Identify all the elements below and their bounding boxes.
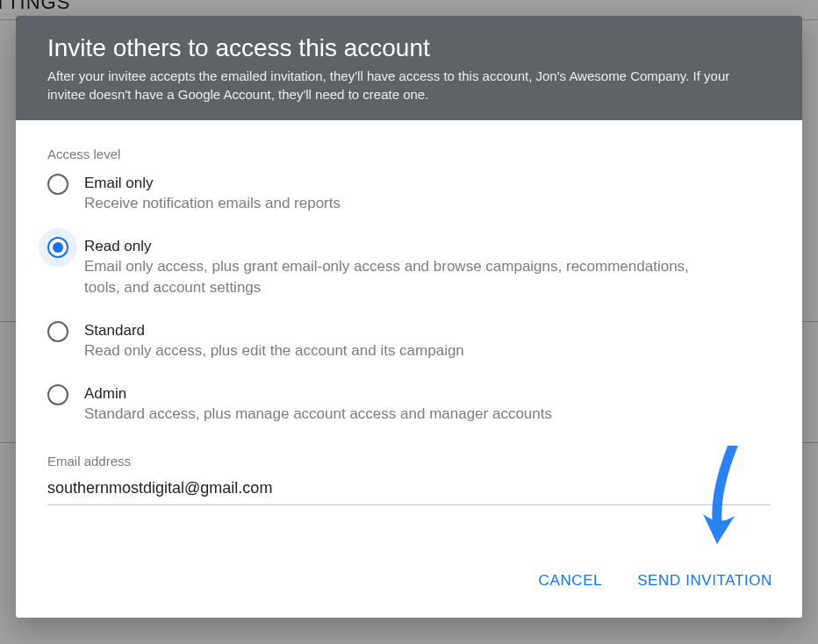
option-description: Standard access, plus manage account acc… (84, 404, 552, 425)
radio-option-read-only[interactable]: Read only Email only access, plus grant … (47, 237, 771, 298)
radio-icon[interactable] (47, 384, 68, 405)
option-title: Email only (84, 174, 341, 193)
radio-icon[interactable] (47, 321, 68, 342)
send-invitation-button[interactable]: SEND INVITATION (634, 565, 776, 597)
email-address-input[interactable] (47, 474, 771, 505)
radio-option-email-only[interactable]: Email only Receive notification emails a… (47, 174, 771, 214)
cancel-button[interactable]: CANCEL (535, 565, 606, 597)
option-description: Email only access, plus grant email-only… (84, 256, 716, 298)
option-title: Read only (84, 237, 716, 256)
email-address-label: Email address (47, 454, 771, 469)
option-description: Read only access, plus edit the account … (84, 340, 464, 361)
access-level-label: Access level (47, 147, 771, 161)
dialog-title: Invite others to access this account (47, 33, 771, 63)
dialog-body: Access level Email only Receive notifica… (16, 120, 802, 549)
radio-option-standard[interactable]: Standard Read only access, plus edit the… (47, 321, 771, 361)
option-title: Admin (84, 384, 552, 404)
access-level-radio-group: Email only Receive notification emails a… (47, 174, 771, 424)
radio-text: Standard Read only access, plus edit the… (84, 321, 464, 361)
option-description: Receive notification emails and reports (84, 193, 341, 214)
invite-dialog: Invite others to access this account Aft… (16, 16, 802, 618)
radio-option-admin[interactable]: Admin Standard access, plus manage accou… (47, 384, 771, 425)
dialog-header: Invite others to access this account Aft… (16, 16, 802, 120)
radio-icon[interactable] (47, 174, 68, 195)
radio-text: Read only Email only access, plus grant … (84, 237, 716, 298)
radio-text: Admin Standard access, plus manage accou… (84, 384, 552, 425)
option-title: Standard (84, 321, 464, 340)
dialog-actions: CANCEL SEND INVITATION (16, 549, 802, 618)
radio-text: Email only Receive notification emails a… (84, 174, 341, 214)
dialog-subtitle: After your invitee accepts the emailed i… (47, 67, 767, 105)
radio-icon[interactable] (47, 237, 68, 258)
